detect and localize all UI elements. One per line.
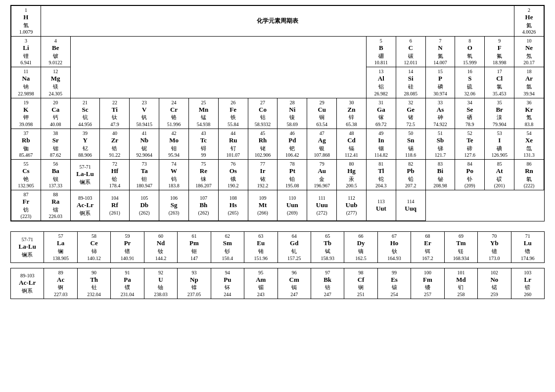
element-Th: 90Th钍232.04 [77,268,110,299]
element-Cf: 98Cf锎251 [344,268,377,299]
element-Ce: 58Ce铈140.12 [77,232,110,262]
actinide-row: 89-103Ac-Lr锕系 89Ac锕227.03 90Th钍232.04 91… [11,268,545,299]
element-Br: 35Br溴79.904 [485,98,514,129]
element-Sc: 21Sc钪44.956 [70,98,100,129]
element-Nb: 41Nb铌92.9064 [130,129,159,159]
element-Uuu: 111Uuu(272) [307,190,337,221]
element-Rb: 37Rb铷85.467 [11,129,41,159]
element-Sr: 38Sr锶87.62 [41,129,70,159]
element-As: 33As砷74.922 [425,98,455,129]
element-B: 5 B 硼 10.811 [366,37,396,67]
period-5: 37Rb铷85.467 38Sr锶87.62 39Y钇88.906 40Zr锆9… [11,129,544,159]
element-N: 7 N 氮 14.007 [425,37,455,67]
element-Uun: 110Uun(269) [278,190,307,221]
period-1: 1 H 氢 1.0079 化学元素周期表 2 He 氦 4.0026 [11,6,544,37]
actinide-table: 89-103Ac-Lr锕系 89Ac锕227.03 90Th钍232.04 91… [10,268,545,299]
element-Ru: 44Ru钌101.07 [218,129,248,159]
element-Au: 79Au金196.967 [307,159,337,190]
element-Cu: 29Cu铜63.54 [307,98,337,129]
element-Hs: 108Hs(265) [218,190,248,221]
element-Ac-Lr-label: 89-103Ac-Lr锕系 [11,268,44,299]
element-Ho: 67Ho钬164.93 [377,232,411,262]
element-Yb: 70Yb镱173.0 [478,232,511,262]
element-lanthanide-ref: 57-71La-Lu镧系 [70,159,100,190]
period-3: 11 Na 钠 22.9898 12 Mg 镁 24.305 13 Al [11,67,544,98]
element-Os: 76Os锇190.2 [218,159,248,190]
element-Es: 99Es锿254 [377,268,411,299]
element-Be: 4 Be 铍 9.0122 [41,37,70,67]
element-He: 2 He 氦 4.0026 [514,6,544,37]
element-Pr: 59Pr镨140.91 [111,232,144,262]
element-Am: 95Am镅243 [244,268,278,299]
empty-p7-1 [425,190,455,221]
element-Ne: 10 Ne 氖 20.17 [514,37,544,67]
element-La: 57La镧138.905 [44,232,77,262]
element-Ac: 89Ac锕227.03 [44,268,77,299]
element-Ti: 22Ti钛47.9 [100,98,130,129]
element-No: 102No锘259 [478,268,511,299]
element-Mt: 109Mt(266) [248,190,278,221]
element-Np: 93Np镎237.05 [178,268,211,299]
element-Na: 11 Na 钠 22.9898 [11,67,41,98]
element-Ca: 20Ca钙40.08 [41,98,70,129]
element-Mo: 42Mo钼95.94 [159,129,189,159]
element-Fe: 26Fe铁55.84 [218,98,248,129]
element-Bk: 97Bk锫247 [311,268,344,299]
element-Cs: 55Cs铯132.905 [11,159,41,190]
element-H: 1 H 氢 1.0079 [11,6,41,37]
element-P: 15 P 磷 30.974 [425,67,455,98]
empty-period2 [70,37,366,67]
element-Ag: 47Ag银107.868 [307,129,337,159]
element-Uub: 112Uub(277) [337,190,367,221]
element-Er: 68Er铒167.2 [411,232,444,262]
lanthanide-row: 57-71La-Lu镧系 57La镧138.905 58Ce铈140.12 59… [11,232,545,262]
element-Hf: 72Hf铪178.4 [100,159,130,190]
element-Zn: 30Zn锌65.38 [337,98,367,129]
element-Rh: 45Rh铑102.906 [248,129,278,159]
element-Pd: 46Pd钯106.42 [278,129,307,159]
element-Si: 14 Si 硅 28.085 [396,67,425,98]
empty-period3 [70,67,366,98]
element-U: 92U铀238.03 [144,268,177,299]
table-title: 化学元素周期表 [41,6,514,37]
element-Sm: 62Sm钐150.4 [211,232,244,262]
element-At: 85At砹(201) [485,159,514,190]
element-Al: 13 Al 铝 26.982 [366,67,396,98]
element-actinide-ref: 89-103Ac-Lr锕系 [70,190,100,221]
element-Fr: 87Fr钫(223) [11,190,41,221]
element-Uut: 113Uut [366,190,396,221]
element-Ta: 73Ta钽180.947 [130,159,159,190]
element-Ar: 18 Ar 氩 39.94 [514,67,544,98]
element-Tb: 65Tb铽158.93 [311,232,344,262]
element-Pt: 78Pt铂195.08 [278,159,307,190]
element-Nd: 60Nd钕144.2 [144,232,177,262]
element-Tl: 81Tl铊204.3 [366,159,396,190]
element-Rf: 104Rf(261) [100,190,130,221]
element-W: 74W钨183.8 [159,159,189,190]
element-Eu: 63Eu铕151.96 [244,232,278,262]
element-Re: 75Re铼186.207 [188,159,218,190]
element-Fm: 100Fm镄257 [411,268,444,299]
element-Pu: 94Pu钚244 [211,268,244,299]
period-2: 3 Li 锂 6.941 4 Be 铍 9.0122 5 B [11,37,544,67]
element-Tc: 43Tc锝99 [188,129,218,159]
element-Y: 39Y钇88.906 [70,129,100,159]
element-Co: 27Co钴58.9332 [248,98,278,129]
element-Zr: 40Zr锆91.22 [100,129,130,159]
element-Cm: 96Cm锔247 [278,268,311,299]
element-Lr: 103Lr铹260 [511,268,544,299]
element-F: 9 F 氟 18.998 [485,37,514,67]
period-7: 87Fr钫(223) 88Ra镭226.03 89-103Ac-Lr锕系 104… [11,190,544,221]
element-Gd: 64Gd钆157.25 [278,232,311,262]
element-Sg: 106Sg(263) [159,190,189,221]
element-Cd: 48Cd镉112.41 [337,129,367,159]
element-Rn: 86Rn氡(222) [514,159,544,190]
element-Pb: 82Pb铅207.2 [396,159,425,190]
element-Md: 101Md钔258 [444,268,477,299]
element-In: 49In铟114.82 [366,129,396,159]
element-Tm: 69Tm铥168.934 [444,232,477,262]
periodic-table-main: 1 H 氢 1.0079 化学元素周期表 2 He 氦 4.0026 [10,5,545,221]
element-Pa: 91Pa镤231.04 [111,268,144,299]
lanthanide-table: 57-71La-Lu镧系 57La镧138.905 58Ce铈140.12 59… [10,231,545,262]
element-La-Lu-label: 57-71La-Lu镧系 [11,232,44,262]
